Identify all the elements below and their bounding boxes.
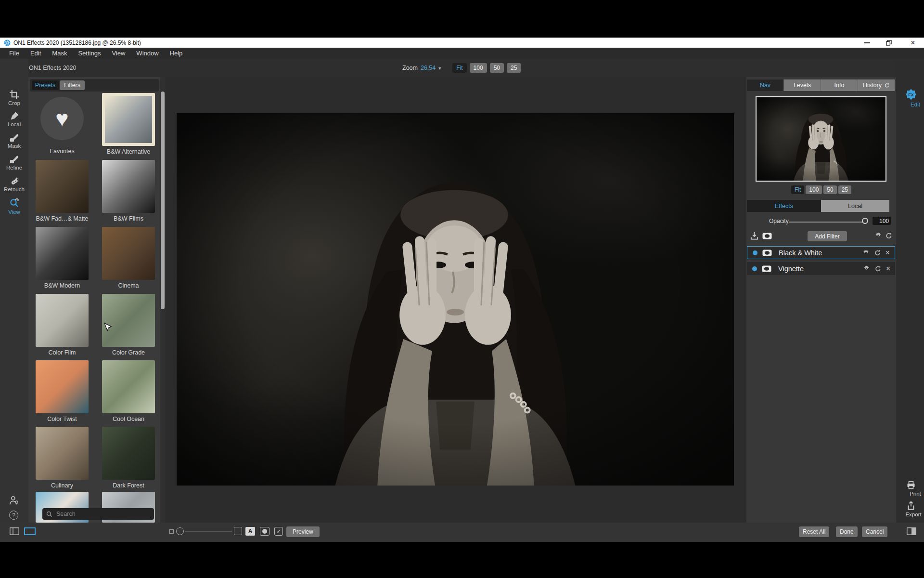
- effects-settings-gear-icon[interactable]: [874, 232, 882, 239]
- tool-refine[interactable]: Refine: [0, 155, 28, 171]
- cancel-button[interactable]: Cancel: [862, 526, 887, 537]
- preset-favorites[interactable]: ♥ Favorites: [31, 93, 93, 155]
- nav-50-button[interactable]: 50: [823, 185, 836, 194]
- compare-view-icon[interactable]: [234, 527, 242, 535]
- filter-gear-icon[interactable]: [862, 249, 870, 256]
- presets-scrollbar[interactable]: [161, 92, 165, 309]
- nav-100-button[interactable]: 100: [806, 185, 822, 194]
- fx-text: FX: [908, 92, 914, 97]
- filter-delete-icon[interactable]: ×: [886, 249, 890, 257]
- preset-bw-modern[interactable]: B&W Modern: [31, 227, 93, 289]
- filter-row-vignette[interactable]: Vignette ×: [747, 262, 895, 275]
- zoom-25-button[interactable]: 25: [507, 63, 521, 73]
- preset-cinema[interactable]: Cinema: [97, 227, 160, 289]
- filter-undo-icon[interactable]: [874, 249, 881, 256]
- filter-mask-icon[interactable]: [762, 250, 772, 256]
- zoom-100-button[interactable]: 100: [470, 63, 487, 73]
- chevron-down-icon[interactable]: ▾: [438, 66, 441, 71]
- nav-fit-button[interactable]: Fit: [791, 185, 804, 194]
- tool-retouch[interactable]: Retouch: [0, 176, 28, 192]
- original-view-icon[interactable]: A: [245, 527, 255, 536]
- size-slider-track[interactable]: [185, 531, 232, 532]
- tab-effects[interactable]: Effects: [747, 200, 821, 212]
- preset-bw-films[interactable]: B&W Films: [97, 160, 160, 222]
- tab-nav[interactable]: Nav: [747, 79, 784, 91]
- export-icon[interactable]: [906, 501, 916, 511]
- filter-undo-icon[interactable]: [874, 265, 882, 272]
- toggle-right-panel-icon[interactable]: [907, 527, 916, 535]
- preset-culinary[interactable]: Culinary: [31, 427, 93, 489]
- close-button[interactable]: ×: [905, 38, 921, 48]
- nav-preview[interactable]: [756, 96, 886, 182]
- opacity-value[interactable]: 100: [873, 217, 891, 225]
- local-adjust-icon: [10, 111, 19, 121]
- restore-button[interactable]: [882, 38, 896, 48]
- menu-settings[interactable]: Settings: [76, 50, 103, 57]
- search-input[interactable]: [55, 510, 144, 518]
- menu-file[interactable]: File: [7, 50, 22, 57]
- mask-view-icon[interactable]: [260, 527, 270, 536]
- single-view-mode-button[interactable]: [24, 527, 36, 535]
- import-preset-icon[interactable]: [750, 231, 759, 240]
- preset-cool-ocean[interactable]: Cool Ocean: [97, 360, 160, 422]
- print-icon[interactable]: [906, 480, 916, 490]
- nav-25-button[interactable]: 25: [838, 185, 851, 194]
- menu-view[interactable]: View: [109, 50, 128, 57]
- preset-bw-faded-matte[interactable]: B&W Fad…& Matte: [31, 160, 93, 222]
- tab-local[interactable]: Local: [821, 200, 889, 212]
- minimize-button[interactable]: [860, 38, 874, 48]
- help-icon[interactable]: ?: [9, 511, 18, 520]
- zoom-value[interactable]: 26.54: [421, 65, 436, 71]
- account-icon[interactable]: [9, 495, 19, 506]
- filter-row-black-white[interactable]: Black & White ×: [747, 246, 895, 259]
- opacity-slider-track[interactable]: [789, 222, 865, 223]
- edit-module-button[interactable]: FX: [905, 88, 917, 101]
- zoom-50-button[interactable]: 50: [490, 63, 504, 73]
- filter-mask-icon[interactable]: [762, 265, 771, 272]
- effects-reset-undo-icon[interactable]: [885, 232, 893, 239]
- preset-color-film[interactable]: Color Film: [31, 294, 93, 356]
- add-filter-button[interactable]: Add Filter: [808, 231, 847, 241]
- tool-view[interactable]: View: [0, 198, 28, 215]
- filter-enabled-dot[interactable]: [752, 266, 757, 271]
- tab-info[interactable]: Info: [821, 79, 858, 91]
- tool-mask[interactable]: Mask: [0, 133, 28, 149]
- left-tool-rail: [0, 59, 28, 523]
- preset-dark-forest[interactable]: Dark Forest: [97, 427, 160, 489]
- filter-enabled-dot[interactable]: [753, 250, 757, 255]
- preset-search[interactable]: [42, 508, 154, 520]
- preset-thumb: [36, 360, 89, 413]
- tool-crop[interactable]: Crop: [0, 90, 28, 106]
- tab-filters[interactable]: Filters: [60, 80, 85, 90]
- zoom-fit-button[interactable]: Fit: [452, 63, 466, 73]
- menu-mask[interactable]: Mask: [50, 50, 69, 57]
- export-label: Export: [899, 512, 924, 517]
- preset-thumb: [102, 160, 155, 213]
- photo-image: [177, 113, 734, 486]
- tab-levels[interactable]: Levels: [784, 79, 821, 91]
- preset-color-twist[interactable]: Color Twist: [31, 360, 93, 422]
- toggle-left-panel-icon[interactable]: [10, 527, 19, 535]
- tab-presets[interactable]: Presets: [32, 80, 59, 90]
- preview-button[interactable]: Preview: [286, 526, 320, 537]
- menu-window[interactable]: Window: [134, 50, 161, 57]
- menu-edit[interactable]: Edit: [28, 50, 43, 57]
- preset-bw-alternative[interactable]: B&W Alternative: [97, 93, 160, 155]
- reset-all-button[interactable]: Reset All: [799, 526, 829, 537]
- tool-local[interactable]: Local: [0, 111, 28, 127]
- show-mask-checkbox-icon[interactable]: ✓: [274, 527, 283, 536]
- brush-size-small-icon: [169, 529, 174, 534]
- on1-effects-app: ON1 Effects 2020 (135128186.jpg @ 26.5% …: [0, 0, 924, 578]
- minimize-icon: [864, 42, 870, 43]
- size-slider-handle[interactable]: [176, 527, 184, 535]
- opacity-slider-handle[interactable]: [862, 218, 868, 224]
- main-photo[interactable]: [177, 113, 734, 486]
- done-button[interactable]: Done: [836, 526, 858, 537]
- menu-help[interactable]: Help: [167, 50, 185, 57]
- filter-delete-icon[interactable]: ×: [886, 265, 890, 273]
- app-window-icon: [4, 39, 11, 46]
- heart-icon: ♥: [55, 107, 68, 130]
- filter-gear-icon[interactable]: [863, 265, 870, 272]
- tab-history[interactable]: History: [858, 79, 895, 91]
- global-mask-icon[interactable]: [762, 233, 772, 239]
